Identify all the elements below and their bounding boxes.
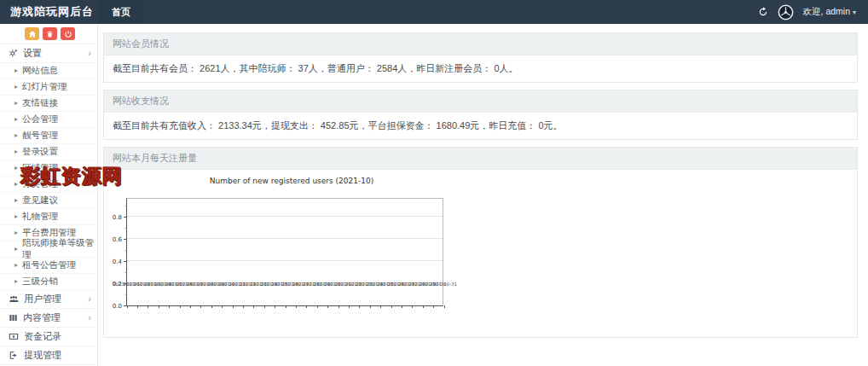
x-tick bbox=[349, 305, 350, 308]
y-tick-label: 0.6 bbox=[104, 236, 122, 243]
chevron-right-icon: › bbox=[88, 294, 91, 304]
sidebar-subitem-分类管理[interactable]: ▸分类管理 bbox=[0, 177, 97, 193]
x-tick bbox=[339, 305, 339, 308]
gridline bbox=[127, 216, 443, 217]
caret-down-icon: ▾ bbox=[853, 9, 856, 16]
chart-title: Number of new registered users (2021-10) bbox=[104, 177, 479, 185]
sidebar-item-提现管理[interactable]: 提现管理 bbox=[0, 346, 97, 365]
x-tick bbox=[211, 305, 212, 308]
caret-right-icon: ▸ bbox=[14, 197, 18, 204]
sidebar-subitem-label: 公会管理 bbox=[22, 113, 58, 125]
x-tick bbox=[275, 305, 275, 308]
sidebar-subitem-幻灯片管理[interactable]: ▸幻灯片管理 bbox=[0, 79, 97, 96]
x-tick bbox=[253, 305, 254, 308]
sidebar-subitem-公会管理[interactable]: ▸公会管理 bbox=[0, 112, 97, 128]
power-button[interactable] bbox=[61, 27, 75, 40]
caret-right-icon: ▸ bbox=[14, 278, 18, 285]
refresh-icon[interactable] bbox=[758, 7, 768, 17]
chart-plot bbox=[126, 198, 443, 306]
sidebar-item-label: 提现管理 bbox=[24, 349, 61, 362]
sidebar-subitem-label: 靓号管理 bbox=[22, 130, 58, 142]
main-content: 网站会员情况 截至目前共有会员： 2621人，其中陪玩师： 37人，普通用户： … bbox=[99, 24, 868, 366]
panel-registrations-body: Number of new registered users (2021-10)… bbox=[104, 170, 857, 337]
sidebar-subitem-label: 礼物管理 bbox=[22, 211, 58, 223]
caret-right-icon: ▸ bbox=[14, 100, 18, 107]
tab-home[interactable]: 首页 bbox=[98, 0, 144, 24]
y-tick bbox=[124, 217, 127, 218]
welcome-text: 欢迎, admin bbox=[803, 6, 850, 18]
sidebar-subitem-礼物管理[interactable]: ▸礼物管理 bbox=[0, 209, 97, 225]
app-brand[interactable]: 游戏陪玩网后台 bbox=[0, 4, 98, 20]
x-tick bbox=[444, 305, 445, 308]
caret-right-icon: ▸ bbox=[14, 229, 18, 236]
chevron-right-icon: › bbox=[88, 49, 91, 58]
avatar[interactable] bbox=[778, 4, 794, 20]
x-tick bbox=[359, 305, 360, 308]
user-menu[interactable]: 欢迎, admin ▾ bbox=[803, 6, 856, 18]
panel-members: 网站会员情况 截至目前共有会员： 2621人，其中陪玩师： 37人，普通用户： … bbox=[103, 32, 858, 83]
x-tick bbox=[137, 305, 138, 308]
y-minor-tick bbox=[125, 294, 128, 295]
caret-right-icon: ▸ bbox=[14, 181, 18, 188]
navbar-right: 欢迎, admin ▾ bbox=[758, 4, 868, 20]
sidebar-item-资金记录[interactable]: 资金记录 bbox=[0, 328, 97, 346]
navbar: 游戏陪玩网后台 首页 欢迎, admin ▾ bbox=[0, 0, 868, 24]
sidebar-item-label: 设置 bbox=[23, 47, 42, 60]
sidebar-subitem-登录设置[interactable]: ▸登录设置 bbox=[0, 144, 97, 160]
sidebar-subitem-友情链接[interactable]: ▸友情链接 bbox=[0, 96, 97, 112]
y-tick-label: 0.0 bbox=[104, 303, 122, 310]
panel-members-stats: 截至目前共有会员： 2621人，其中陪玩师： 37人，普通用户： 2584人，昨… bbox=[104, 55, 857, 82]
y-minor-tick bbox=[125, 206, 128, 206]
sidebar-subitem-区域管理[interactable]: ▸区域管理 bbox=[0, 160, 97, 177]
x-tick bbox=[286, 305, 286, 308]
panel-finance-title: 网站收支情况 bbox=[104, 90, 857, 113]
y-minor-tick bbox=[125, 272, 128, 273]
grid-icon bbox=[9, 313, 18, 322]
sidebar-subitem-label: 分类管理 bbox=[22, 178, 58, 190]
caret-right-icon: ▸ bbox=[14, 132, 18, 139]
x-tick bbox=[327, 305, 328, 308]
x-tick bbox=[190, 305, 191, 308]
y-tick bbox=[124, 261, 127, 262]
sidebar-subitem-label: 幻灯片管理 bbox=[22, 81, 67, 93]
x-tick bbox=[317, 305, 318, 308]
x-tick bbox=[200, 305, 201, 308]
caret-right-icon: ▸ bbox=[14, 262, 18, 269]
panel-registrations: 网站本月每天注册量 Number of new registered users… bbox=[103, 147, 858, 338]
sidebar-subitem-靓号管理[interactable]: ▸靓号管理 bbox=[0, 128, 97, 144]
y-tick-label: 0.4 bbox=[104, 259, 122, 265]
x-tick bbox=[243, 305, 244, 308]
x-tick bbox=[127, 305, 128, 308]
y-minor-tick bbox=[125, 228, 128, 229]
caret-right-icon: ▸ bbox=[14, 67, 18, 74]
x-tick bbox=[159, 305, 159, 308]
x-tick bbox=[433, 305, 434, 308]
x-tick bbox=[306, 305, 307, 308]
sidebar-subitem-陪玩师接单等级管理[interactable]: ▸陪玩师接单等级管理 bbox=[0, 241, 97, 258]
sidebar-subitem-网站信息[interactable]: ▸网站信息 bbox=[0, 63, 97, 79]
sidebar-subitem-三级分销[interactable]: ▸三级分销 bbox=[0, 274, 97, 290]
sidebar-subitem-label: 意见建议 bbox=[22, 195, 58, 206]
sidebar-subitem-label: 网站信息 bbox=[22, 65, 58, 77]
sidebar-subitem-label: 租号公告管理 bbox=[22, 259, 76, 271]
x-tick bbox=[233, 305, 234, 308]
x-tick-label: 2021-10-31 bbox=[430, 282, 457, 287]
caret-right-icon: ▸ bbox=[14, 148, 18, 155]
caret-right-icon: ▸ bbox=[14, 165, 18, 171]
x-tick bbox=[380, 305, 381, 308]
sidebar-subitem-label: 区域管理 bbox=[22, 162, 58, 174]
home-button[interactable] bbox=[25, 27, 39, 40]
sidebar-subitem-意见建议[interactable]: ▸意见建议 bbox=[0, 193, 97, 209]
y-tick-label: 0.8 bbox=[104, 214, 122, 221]
x-tick bbox=[148, 305, 148, 308]
sidebar-item-用户管理[interactable]: 用户管理› bbox=[0, 290, 97, 309]
caret-right-icon: ▸ bbox=[14, 213, 18, 220]
sidebar-item-设置[interactable]: 设置› bbox=[0, 44, 97, 63]
caret-right-icon: ▸ bbox=[14, 84, 18, 90]
caret-right-icon: ▸ bbox=[14, 246, 18, 253]
sidebar-item-内容管理[interactable]: 内容管理› bbox=[0, 309, 97, 328]
panel-members-title: 网站会员情况 bbox=[104, 33, 857, 55]
gridline bbox=[127, 238, 443, 239]
trash-button[interactable] bbox=[43, 27, 57, 40]
signout-icon bbox=[9, 351, 19, 360]
